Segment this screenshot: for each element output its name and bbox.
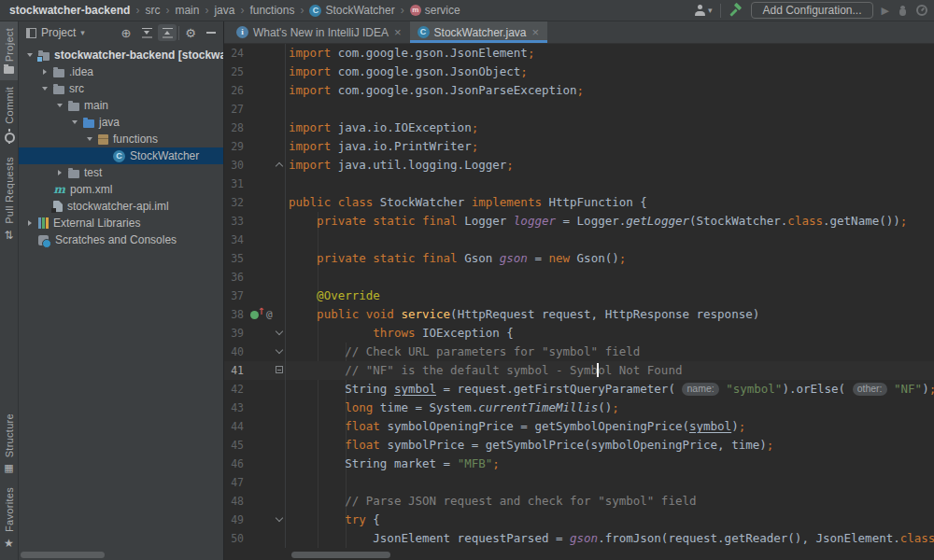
profiler-button[interactable]: [915, 4, 928, 17]
tool-window-button-pull-requests[interactable]: Pull Requests⇅: [0, 150, 18, 248]
project-panel-scrollbar[interactable]: [21, 552, 105, 558]
line-number[interactable]: 35: [224, 249, 248, 268]
user-menu-button[interactable]: ▾: [693, 4, 714, 17]
code-text[interactable]: import java.io.PrintWriter;: [285, 137, 478, 156]
code-text[interactable]: [285, 231, 289, 249]
breadcrumb-item[interactable]: CStockWatcher: [309, 4, 394, 17]
breadcrumb-item[interactable]: java: [214, 4, 234, 17]
tree-item-java[interactable]: java: [19, 114, 223, 131]
fold-marker-icon[interactable]: [275, 328, 282, 335]
line-number[interactable]: 25: [224, 63, 248, 81]
code-text[interactable]: [285, 100, 289, 119]
line-number[interactable]: 29: [224, 137, 248, 156]
tree-item-stockwatcher-backend-stockwatche[interactable]: stockwatcher-backend [stockwatche: [19, 47, 223, 63]
expand-all-button[interactable]: [137, 24, 156, 41]
tool-window-button-favorites[interactable]: Favorites★: [0, 481, 18, 556]
code-text[interactable]: String market = "MFB";: [285, 455, 500, 473]
tree-item-src[interactable]: src: [19, 80, 223, 97]
editor-scrollbar[interactable]: [291, 552, 390, 558]
run-button[interactable]: ▶: [881, 4, 890, 18]
line-number[interactable]: 39: [224, 324, 248, 343]
chevron-down-icon[interactable]: [71, 120, 78, 124]
code-text[interactable]: // "NF" is the default symbol - Symbol N…: [285, 361, 682, 380]
fold-marker-icon[interactable]: [276, 366, 283, 373]
code-text[interactable]: // Parse JSON request and check for "sym…: [285, 492, 697, 511]
line-number[interactable]: 34: [224, 231, 248, 249]
locate-file-button[interactable]: ⊕: [117, 24, 135, 41]
close-tab-icon[interactable]: ×: [531, 26, 541, 38]
debug-button[interactable]: [898, 5, 908, 17]
fold-marker-icon[interactable]: [275, 162, 282, 170]
line-number[interactable]: 37: [224, 287, 248, 305]
line-number[interactable]: 43: [224, 399, 248, 417]
hide-button[interactable]: [202, 24, 220, 41]
breadcrumb-item[interactable]: main: [175, 4, 199, 17]
code-text[interactable]: public void service(HttpRequest request,…: [285, 305, 759, 324]
code-text[interactable]: [285, 473, 289, 492]
code-text[interactable]: String symbol = request.getFirstQueryPar…: [285, 380, 934, 399]
line-number[interactable]: 26: [224, 81, 248, 100]
tree-item-stockwatcher-api-iml[interactable]: stockwatcher-api.iml: [19, 198, 223, 215]
chevron-down-icon[interactable]: [41, 87, 49, 91]
chevron-down-icon[interactable]: [56, 104, 64, 107]
code-text[interactable]: // Check URL parameters for "symbol" fie…: [285, 343, 640, 361]
line-number[interactable]: 24: [224, 44, 248, 63]
code-text[interactable]: [285, 175, 289, 193]
tree-item-main[interactable]: main: [19, 97, 223, 114]
code-text[interactable]: private static final Gson gson = new Gso…: [285, 249, 626, 268]
code-text[interactable]: JsonElement requestParsed = gson.fromJso…: [285, 529, 934, 548]
line-number[interactable]: 45: [224, 436, 248, 455]
code-text[interactable]: float symbolOpeningPrice = getSymbolOpen…: [285, 417, 745, 436]
fold-marker-icon[interactable]: [275, 514, 282, 522]
line-number[interactable]: 40: [224, 343, 248, 361]
code-text[interactable]: float symbolPrice = getSymbolPrice(symbo…: [285, 436, 773, 455]
line-number[interactable]: 42: [224, 380, 248, 399]
code-text[interactable]: import com.google.gson.JsonElement;: [285, 44, 534, 63]
code-text[interactable]: public class StockWatcher implements Htt…: [285, 193, 647, 212]
line-number[interactable]: 41: [224, 361, 248, 380]
line-number[interactable]: 44: [224, 417, 248, 436]
breadcrumb-item[interactable]: src: [145, 4, 160, 17]
tree-item-pom-xml[interactable]: mpom.xml: [19, 181, 223, 198]
line-number[interactable]: 28: [224, 119, 248, 137]
tree-item-stockwatcher[interactable]: CStockWatcher: [19, 147, 223, 164]
tool-window-button-structure[interactable]: Structure▦: [0, 407, 18, 481]
code-text[interactable]: import com.google.gson.JsonParseExceptio…: [285, 81, 584, 100]
chevron-right-icon[interactable]: [56, 170, 64, 175]
chevron-down-icon[interactable]: [86, 137, 93, 141]
add-configuration-button[interactable]: Add Configuration...: [751, 2, 872, 19]
tree-item-external-libraries[interactable]: External Libraries: [19, 215, 223, 231]
code-text[interactable]: import java.util.logging.Logger;: [285, 156, 514, 175]
line-number[interactable]: 46: [224, 455, 248, 473]
chevron-down-icon[interactable]: ▾: [80, 28, 85, 37]
code-text[interactable]: long time = System.currentTimeMillis();: [285, 399, 619, 417]
tree-item-test[interactable]: test: [19, 164, 223, 181]
line-number[interactable]: 50: [224, 529, 248, 548]
code-text[interactable]: import com.google.gson.JsonObject;: [285, 63, 528, 81]
collapse-all-button[interactable]: [158, 24, 177, 41]
breadcrumb-item[interactable]: stockwatcher-backend: [9, 4, 130, 17]
overriding-method-icon[interactable]: [250, 311, 259, 319]
line-number[interactable]: 49: [224, 511, 248, 529]
chevron-right-icon[interactable]: [41, 69, 49, 75]
code-text[interactable]: private static final Logger logger = Log…: [285, 212, 907, 231]
code-text[interactable]: [285, 268, 289, 287]
editor-tab-what-s-new-in-intellij-idea[interactable]: iWhat's New in IntelliJ IDEA×: [229, 21, 410, 43]
line-number[interactable]: 31: [224, 175, 248, 193]
project-panel-title[interactable]: Project: [41, 26, 76, 39]
settings-button[interactable]: ⚙: [181, 24, 200, 41]
close-tab-icon[interactable]: ×: [393, 26, 403, 38]
editor-tab-stockwatcher-java[interactable]: CStockWatcher.java×: [410, 21, 548, 43]
line-number[interactable]: 33: [224, 212, 248, 231]
code-text[interactable]: try {: [285, 511, 380, 529]
tool-window-button-commit[interactable]: Commit: [0, 80, 18, 150]
line-number[interactable]: 30: [224, 156, 248, 175]
line-number[interactable]: 36: [224, 268, 248, 287]
line-number[interactable]: 27: [224, 100, 248, 119]
chevron-down-icon[interactable]: [26, 53, 34, 57]
code-text[interactable]: import java.io.IOException;: [285, 119, 478, 137]
tree-item-scratches-and-consoles[interactable]: Scratches and Consoles: [19, 231, 223, 248]
line-number[interactable]: 47: [224, 473, 248, 492]
line-number[interactable]: 32: [224, 193, 248, 212]
tree-item-idea[interactable]: .idea: [19, 63, 223, 80]
